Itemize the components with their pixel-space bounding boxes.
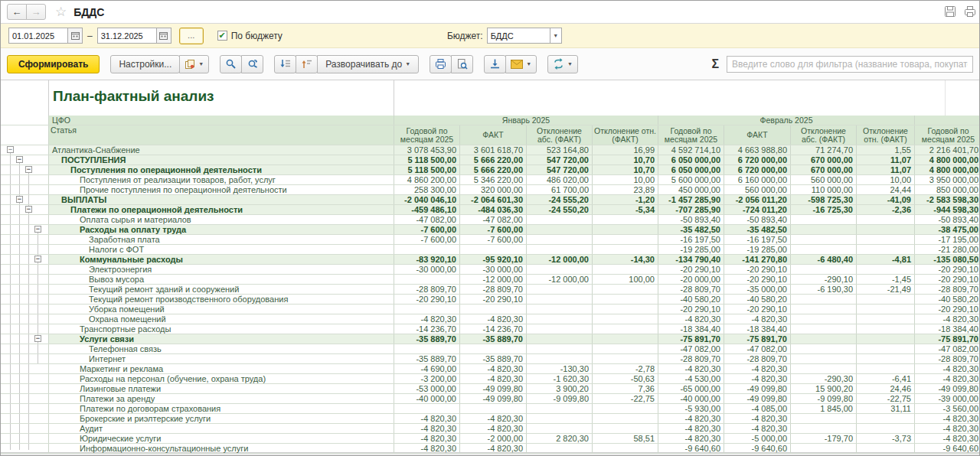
cell-value[interactable] <box>527 324 593 334</box>
cell-value[interactable]: -50 893,40 <box>724 215 791 224</box>
cell-value[interactable]: -4 820,30 <box>724 314 791 324</box>
cell-value[interactable]: 560 000,00 <box>724 185 791 194</box>
cell-value[interactable]: 2 216 401,70 <box>915 145 979 155</box>
cell-value[interactable]: -3 200,00 <box>394 374 460 383</box>
cell-value[interactable]: 3 601 618,70 <box>460 145 527 155</box>
cell-value[interactable]: -4 820,30 <box>394 414 460 423</box>
favorite-star-icon[interactable]: ☆ <box>55 5 67 18</box>
row-label[interactable]: Электроэнергия <box>48 265 394 274</box>
column-header-cell[interactable]: Годовой по месяцам 2025 <box>915 125 979 145</box>
collapse-icon[interactable]: − <box>7 146 14 153</box>
email-icon[interactable]: ▼ <box>505 55 537 73</box>
cell-value[interactable]: -83 920,10 <box>394 255 460 264</box>
cell-value[interactable]: -1,45 <box>857 275 915 284</box>
quick-filter-input[interactable] <box>727 56 973 73</box>
cell-value[interactable]: -4 820,30 <box>460 374 527 383</box>
cell-value[interactable]: -35 889,70 <box>394 354 460 363</box>
cell-value[interactable]: -16 197,50 <box>658 235 724 244</box>
cell-value[interactable] <box>593 285 658 294</box>
cell-value[interactable]: 10,70 <box>593 165 658 174</box>
cell-value[interactable] <box>857 334 915 344</box>
cell-value[interactable]: -4 820,30 <box>460 364 527 373</box>
cell-value[interactable]: -944 598,30 <box>915 205 979 214</box>
cell-value[interactable]: 6 720 000,00 <box>724 165 791 174</box>
cell-value[interactable] <box>394 245 460 254</box>
cell-value[interactable]: 486 020,00 <box>527 175 593 184</box>
cell-value[interactable]: -134 790,40 <box>658 255 724 264</box>
expand-all-icon[interactable] <box>274 55 296 73</box>
cell-value[interactable]: -40 000,00 <box>394 394 460 403</box>
row-label[interactable]: Текущий ремонт производственного оборудо… <box>48 295 394 304</box>
cell-value[interactable]: -28 809,70 <box>658 354 724 363</box>
cell-value[interactable] <box>593 305 658 314</box>
cell-value[interactable]: -12 000,00 <box>460 275 527 284</box>
cell-value[interactable]: -4 820,30 <box>394 424 460 433</box>
row-label[interactable]: Расходы на оплату труда <box>48 225 394 234</box>
variants-button[interactable]: ▼ <box>179 55 209 73</box>
cell-value[interactable]: 24,46 <box>857 384 915 393</box>
cell-value[interactable]: -35 889,70 <box>460 354 527 363</box>
cell-value[interactable]: -40 000,00 <box>658 394 724 403</box>
cell-value[interactable]: 4 800 000,00 <box>915 165 979 174</box>
cell-value[interactable] <box>791 265 857 274</box>
cell-value[interactable] <box>527 295 593 304</box>
calendar-icon[interactable] <box>157 28 172 44</box>
cell-value[interactable]: -30 000,00 <box>460 265 527 274</box>
month-group-header[interactable] <box>915 116 979 125</box>
cell-value[interactable]: -4 820,30 <box>460 414 527 423</box>
cell-value[interactable]: -50 893,40 <box>915 215 979 224</box>
row-label[interactable]: Заработная плата <box>48 235 394 244</box>
cell-value[interactable]: -2 000,00 <box>460 434 527 443</box>
cell-value[interactable]: -20 290,10 <box>460 295 527 304</box>
generate-button[interactable]: Сформировать <box>7 55 100 73</box>
cell-value[interactable]: -9 640,60 <box>915 444 979 453</box>
cell-value[interactable]: -16 197,50 <box>724 235 791 244</box>
cell-value[interactable] <box>527 424 593 433</box>
cell-value[interactable]: -4 820,30 <box>915 374 979 383</box>
cell-value[interactable]: -3 560,00 <box>915 404 979 413</box>
cell-value[interactable]: -7 600,00 <box>394 235 460 244</box>
cell-value[interactable]: -28 809,70 <box>724 354 791 363</box>
cell-value[interactable]: 31,11 <box>857 404 915 413</box>
cell-value[interactable]: -20 290,10 <box>915 265 979 274</box>
cell-value[interactable] <box>593 414 658 423</box>
cell-value[interactable]: -20 290,10 <box>915 305 979 314</box>
cell-value[interactable] <box>857 344 915 353</box>
cell-value[interactable]: -40 580,20 <box>658 295 724 304</box>
cell-value[interactable] <box>593 324 658 334</box>
cell-value[interactable] <box>527 334 593 344</box>
row-label[interactable]: Телефонная связь <box>48 344 394 353</box>
budget-dropdown-icon[interactable]: ▼ <box>550 28 562 44</box>
cell-value[interactable]: 3 078 453,90 <box>394 145 460 155</box>
row-label[interactable]: Юридические услуги <box>48 434 394 443</box>
cell-value[interactable]: -14 236,70 <box>460 324 527 334</box>
cell-value[interactable]: 320 000,00 <box>460 185 527 194</box>
cell-value[interactable]: 4 663 988,80 <box>724 145 791 155</box>
cell-value[interactable] <box>527 285 593 294</box>
cell-value[interactable]: -18 384,40 <box>658 324 724 334</box>
budget-input[interactable] <box>487 28 550 44</box>
cell-value[interactable]: -75 891,70 <box>658 334 724 344</box>
cell-value[interactable] <box>460 245 527 254</box>
row-label[interactable]: Услуги связи <box>48 334 394 344</box>
cell-value[interactable] <box>791 354 857 363</box>
cell-value[interactable]: -2 064 601,30 <box>460 195 527 204</box>
cell-value[interactable] <box>593 295 658 304</box>
cell-value[interactable]: -21,49 <box>857 285 915 294</box>
cell-value[interactable]: -20 290,10 <box>724 305 791 314</box>
column-header-cell[interactable]: Отклонение отн. (ФАКТ) <box>593 125 658 145</box>
cell-value[interactable]: -5 930,00 <box>658 404 724 413</box>
cell-value[interactable] <box>857 424 915 433</box>
cell-value[interactable]: 16,99 <box>593 145 658 155</box>
row-label[interactable]: ПОСТУПЛЕНИЯ <box>48 155 394 164</box>
cell-value[interactable]: -7 600,00 <box>460 235 527 244</box>
cell-value[interactable]: 110 000,00 <box>791 185 857 194</box>
date-to-input[interactable] <box>97 28 157 44</box>
calendar-icon[interactable] <box>68 28 83 44</box>
cell-value[interactable] <box>791 364 857 373</box>
collapse-all-icon[interactable] <box>296 55 318 73</box>
cell-value[interactable] <box>857 265 915 274</box>
cell-value[interactable]: -20 290,10 <box>724 275 791 284</box>
cell-value[interactable] <box>527 444 593 453</box>
column-header-cell[interactable]: ФАКТ <box>460 125 527 145</box>
